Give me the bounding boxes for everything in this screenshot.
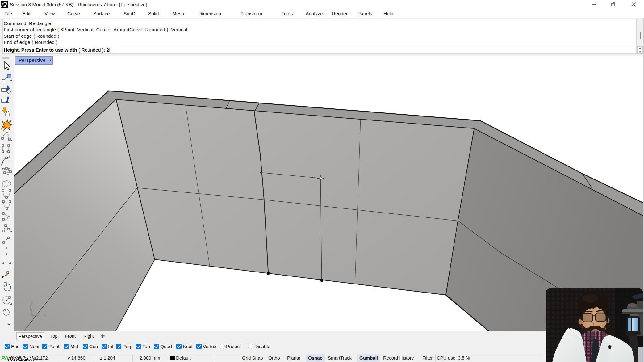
svg-text:x: x [44, 313, 46, 318]
svg-text:»: » [7, 322, 10, 326]
svg-text:z: z [31, 301, 33, 305]
